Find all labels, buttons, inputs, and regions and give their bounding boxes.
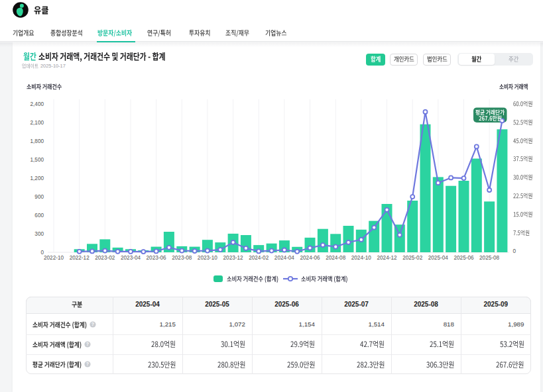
svg-text:?: ? bbox=[86, 362, 88, 366]
svg-text:?: ? bbox=[91, 322, 93, 326]
svg-text:?: ? bbox=[86, 342, 88, 346]
